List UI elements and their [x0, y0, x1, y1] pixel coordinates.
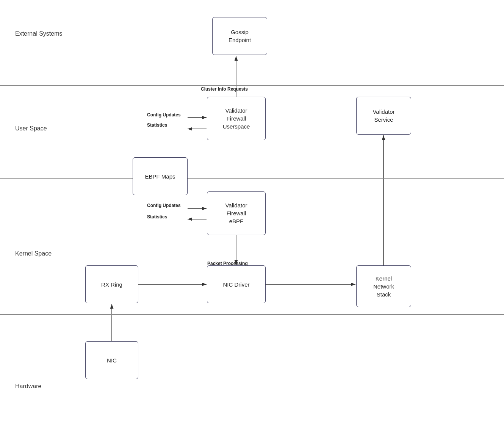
label-external: External Systems [15, 30, 62, 37]
box-gossip-label: Gossip Endpoint [229, 28, 251, 44]
box-nic-driver: NIC Driver [207, 265, 266, 303]
label-hardware: Hardware [15, 383, 41, 390]
box-kernel-net: Kernel Network Stack [356, 265, 411, 307]
box-validator-fw-us: Validator Firewall Userspace [207, 97, 266, 140]
label-cluster-info: Cluster Info Requests [201, 86, 248, 92]
box-validator-svc-label: Validator Service [373, 108, 394, 124]
box-nic: NIC [85, 341, 138, 379]
label-config-updates-ebpf: Config Updates [147, 203, 181, 208]
box-validator-svc: Validator Service [356, 97, 411, 135]
box-ebpf-maps-label: EBPF Maps [145, 173, 175, 180]
box-rx-ring: RX Ring [85, 265, 138, 303]
layer-hardware [0, 315, 504, 436]
box-validator-fw-ebpf: Validator Firewall eBPF [207, 191, 266, 235]
box-gossip: Gossip Endpoint [212, 17, 267, 55]
label-statistics-ebpf: Statistics [147, 214, 167, 220]
label-config-updates-us: Config Updates [147, 112, 181, 118]
box-nic-driver-label: NIC Driver [223, 281, 250, 289]
diagram-container: External Systems User Space Kernel Space… [0, 0, 504, 436]
label-userspace: User Space [15, 125, 47, 132]
box-kernel-net-label: Kernel Network Stack [373, 274, 394, 298]
label-statistics-us: Statistics [147, 122, 167, 128]
box-rx-ring-label: RX Ring [101, 281, 122, 289]
box-ebpf-maps: EBPF Maps [133, 157, 188, 195]
label-kernelspace: Kernel Space [15, 250, 52, 257]
box-validator-fw-us-label: Validator Firewall Userspace [223, 107, 250, 130]
label-packet-processing: Packet Processing [207, 261, 248, 266]
box-validator-fw-ebpf-label: Validator Firewall eBPF [225, 201, 247, 225]
box-nic-label: NIC [107, 356, 117, 364]
